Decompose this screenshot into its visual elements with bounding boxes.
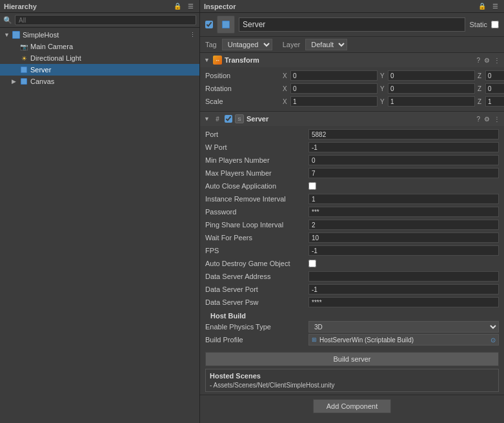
server-label-autodestroy: Auto Destroy Game Object (205, 260, 308, 267)
server-field-buildprofile: Build Profile ⊞ HostServerWin (Scriptabl… (205, 334, 499, 346)
scale-x-input[interactable] (290, 96, 378, 107)
simplehost-menu-icon[interactable]: ⋮ (190, 32, 196, 38)
transform-settings-icon[interactable]: ⚙ (484, 57, 490, 64)
hierarchy-menu-icon[interactable]: ☰ (186, 2, 196, 10)
scale-y-label: Y (380, 98, 387, 105)
position-z-item: Z (478, 70, 504, 81)
server-input-waitforpeers[interactable] (308, 232, 499, 243)
inspector-title: Inspector (204, 3, 236, 10)
scale-row: Scale X Y Z (205, 96, 499, 107)
position-z-input[interactable] (485, 70, 504, 81)
scale-label: Scale (205, 98, 283, 105)
tree-label-directionallight: Directional Light (30, 54, 81, 62)
tree-label-maincamera: Main Camera (30, 43, 73, 50)
server-label-buildprofile: Build Profile (205, 336, 308, 344)
tree-item-canvas[interactable]: ▶ Canvas (0, 76, 199, 87)
tag-select[interactable]: Untagged (222, 39, 272, 50)
inspector-menu-icon[interactable]: ☰ (490, 2, 500, 10)
server-input-maxplayers[interactable] (308, 168, 499, 178)
server-dropdown-physics[interactable]: 3D (308, 321, 499, 333)
server-help-icon[interactable]: ? (476, 116, 480, 123)
rotation-row: Rotation X Y Z (205, 83, 499, 94)
server-label-pingshare: Ping Share Loop Interval (205, 221, 308, 229)
tree-item-server[interactable]: Server (0, 64, 199, 76)
server-field-minplayers: Min Players Number (205, 154, 499, 166)
server-input-wport[interactable] (308, 142, 499, 152)
object-name-input[interactable] (239, 17, 465, 32)
server-fields: Port W Port Min Players Number Max Playe… (200, 126, 504, 349)
position-x-input[interactable] (290, 70, 378, 81)
hierarchy-search-input[interactable] (15, 15, 196, 25)
transform-menu-icon[interactable]: ⋮ (494, 57, 500, 64)
server-input-password[interactable] (308, 207, 499, 217)
server-input-instanceremove[interactable] (308, 194, 499, 204)
build-server-button[interactable]: Build server (205, 352, 499, 366)
server-input-dataport[interactable] (308, 284, 499, 294)
server-input-pingshare[interactable] (308, 220, 499, 230)
server-label-maxplayers: Max Players Number (205, 169, 308, 177)
hierarchy-panel: Hierarchy 🔒 ☰ 🔍 ▼ SimpleHost ⋮ 📷 Main Ca… (0, 0, 200, 423)
object-active-checkbox[interactable] (205, 21, 213, 28)
transform-icon: ↔ (213, 56, 222, 65)
transform-title: Transform (225, 56, 474, 64)
static-label: Static (469, 21, 487, 28)
scale-y-input[interactable] (388, 96, 475, 107)
server-component-header[interactable]: ▼ # S Server ? ⚙ ⋮ (200, 112, 504, 126)
server-field-wport: W Port (205, 141, 499, 153)
rotation-y-input[interactable] (388, 83, 475, 94)
object-cube-icon (222, 21, 230, 28)
server-menu-icon[interactable]: ⋮ (494, 116, 500, 123)
hierarchy-header-icons: 🔒 ☰ (172, 2, 196, 10)
rotation-z-label: Z (478, 85, 484, 92)
tag-label: Tag (205, 41, 217, 48)
scale-z-input[interactable] (485, 96, 504, 107)
hash-icon: # (213, 116, 222, 123)
object-header: Static (200, 13, 504, 37)
server-active-checkbox[interactable] (225, 115, 232, 123)
build-profile-value[interactable]: ⊞ HostServerWin (Scriptable Build) ⊙ (308, 334, 499, 346)
transform-header[interactable]: ▼ ↔ Transform ? ⚙ ⋮ (200, 53, 504, 67)
hierarchy-lock-icon[interactable]: 🔒 (172, 2, 183, 10)
server-checkbox-autodestroy[interactable] (308, 260, 316, 267)
build-profile-text: HostServerWin (Scriptable Build) (319, 336, 488, 344)
position-y-label: Y (380, 72, 387, 79)
tree-label-server: Server (30, 66, 51, 74)
gameobject-icon-server (19, 65, 28, 74)
server-input-minplayers[interactable] (308, 155, 499, 165)
rotation-z-input[interactable] (485, 83, 504, 94)
tree-item-simplehost[interactable]: ▼ SimpleHost ⋮ (0, 29, 199, 41)
server-field-password: Password (205, 206, 499, 218)
position-y-input[interactable] (388, 70, 475, 81)
tree-item-directionallight[interactable]: ☀ Directional Light (0, 52, 199, 64)
hosted-scenes-title: Hosted Scenes (210, 372, 494, 380)
inspector-lock-icon[interactable]: 🔒 (476, 2, 488, 10)
scale-z-label: Z (478, 98, 484, 105)
server-input-fps[interactable] (308, 245, 499, 256)
tree-item-maincamera[interactable]: 📷 Main Camera (0, 41, 199, 52)
server-input-datapsw[interactable] (308, 297, 499, 307)
inspector-content: Static Tag Untagged Layer Default ▼ ↔ Tr… (200, 13, 504, 423)
server-label-datapsw: Data Server Psw (205, 298, 308, 306)
server-checkbox-autoclosapp[interactable] (308, 182, 316, 190)
server-field-maxplayers: Max Players Number (205, 167, 499, 179)
scale-xyz: X Y Z (283, 96, 504, 107)
transform-actions: ? ⚙ ⋮ (476, 57, 500, 64)
build-profile-link-icon[interactable]: ⊙ (490, 336, 496, 344)
add-component-button[interactable]: Add Component (313, 399, 392, 413)
position-label: Position (205, 72, 283, 79)
static-checkbox[interactable] (491, 21, 499, 28)
server-field-datapsw: Data Server Psw (205, 296, 499, 308)
server-settings-icon[interactable]: ⚙ (484, 116, 490, 123)
server-field-pingshare: Ping Share Loop Interval (205, 219, 499, 231)
rotation-x-label: X (283, 85, 289, 92)
layer-select[interactable]: Default (305, 39, 347, 50)
rotation-x-input[interactable] (290, 83, 378, 94)
server-label-port: Port (205, 130, 308, 138)
rotation-xyz: X Y Z (283, 83, 504, 94)
server-input-dataaddress[interactable] (308, 271, 499, 282)
rotation-y-label: Y (380, 85, 387, 92)
scale-y-item: Y (380, 96, 475, 107)
transform-help-icon[interactable]: ? (476, 57, 480, 64)
server-label-autoclosapp: Auto Close Application (205, 182, 308, 190)
server-input-port[interactable] (308, 129, 499, 139)
